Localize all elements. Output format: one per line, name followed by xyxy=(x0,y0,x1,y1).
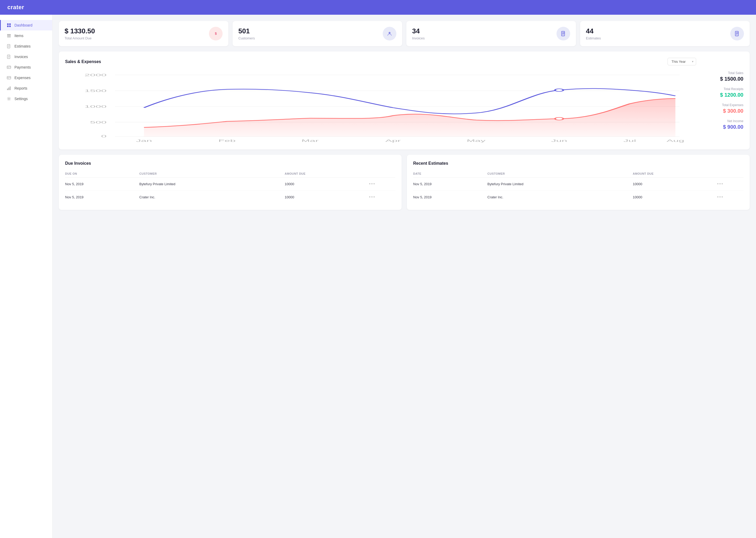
stat-cards: $ 1330.50 Total Amount Due $ 501 Custome… xyxy=(59,21,750,46)
svg-text:Aug: Aug xyxy=(667,139,684,142)
sidebar-label-invoices: Invoices xyxy=(15,55,28,59)
svg-rect-18 xyxy=(7,77,11,79)
stat-card-amount-due: $ 1330.50 Total Amount Due $ xyxy=(59,21,228,46)
svg-point-57 xyxy=(555,117,563,120)
chart-stat-value-2: $ 300.00 xyxy=(702,108,743,114)
recent-estimates-title: Recent Estimates xyxy=(413,161,743,166)
layout: Dashboard Items Estimates xyxy=(0,15,756,538)
chart-stat-label-0: Total Sales xyxy=(702,71,743,75)
table-row: Nov 5, 2019 Crater Inc. 10000 ••• xyxy=(65,191,395,204)
recent-estimates-section: Recent Estimates DATE CUSTOMER AMOUNT DU… xyxy=(407,155,750,210)
chart-header: Sales & Expenses This Year Last Year Thi… xyxy=(65,58,696,65)
est-date-0: Nov 5, 2019 xyxy=(413,178,488,191)
svg-text:$: $ xyxy=(215,31,217,35)
chart-stat-total-sales: Total Sales $ 1500.00 xyxy=(702,71,743,82)
due-invoices-table: DUE ON CUSTOMER AMOUNT DUE Nov 5, 2019 B… xyxy=(65,170,395,204)
customers-icon xyxy=(383,27,397,40)
app-logo: crater xyxy=(7,4,24,11)
more-button-1[interactable]: ••• xyxy=(369,194,376,200)
est-col-date: DATE xyxy=(413,170,488,178)
dashboard-icon xyxy=(7,23,11,27)
main-content: $ 1330.50 Total Amount Due $ 501 Custome… xyxy=(53,15,756,538)
invoices-icon xyxy=(7,54,11,59)
svg-text:1000: 1000 xyxy=(84,105,107,108)
sidebar-label-payments: Payments xyxy=(15,65,31,69)
amount-1: 10000 xyxy=(285,191,369,204)
est-date-1: Nov 5, 2019 xyxy=(413,191,488,204)
bottom-tables: Due Invoices DUE ON CUSTOMER AMOUNT DUE … xyxy=(59,155,750,210)
customer-0: Bytefury Private Limited xyxy=(139,178,285,191)
svg-rect-15 xyxy=(7,66,11,69)
svg-text:1500: 1500 xyxy=(84,89,107,92)
due-on-1: Nov 5, 2019 xyxy=(65,191,139,204)
svg-rect-1 xyxy=(9,24,11,25)
sidebar-item-settings[interactable]: Settings xyxy=(0,93,52,104)
est-more-1[interactable]: ••• xyxy=(717,194,724,200)
svg-text:Feb: Feb xyxy=(218,139,235,142)
table-row: Nov 5, 2019 Crater Inc. 10000 ••• xyxy=(413,191,743,204)
sidebar-label-estimates: Estimates xyxy=(15,44,30,48)
items-icon xyxy=(7,33,11,38)
svg-rect-0 xyxy=(7,24,9,25)
chart-filter-select[interactable]: This Year Last Year This Month xyxy=(668,58,696,65)
est-customer-1: Crater Inc. xyxy=(488,191,633,204)
svg-point-27 xyxy=(389,32,391,34)
est-amount-1: 10000 xyxy=(633,191,717,204)
sidebar-item-items[interactable]: Items xyxy=(0,30,52,41)
est-customer-0: Bytefury Private Limited xyxy=(488,178,633,191)
chart-stat-label-2: Total Expenses xyxy=(702,103,743,107)
sidebar-label-expenses: Expenses xyxy=(15,76,30,80)
svg-text:2000: 2000 xyxy=(84,73,107,77)
chart-main: Sales & Expenses This Year Last Year Thi… xyxy=(65,58,696,143)
amount-due-icon: $ xyxy=(209,27,223,40)
svg-text:500: 500 xyxy=(90,121,107,124)
stat-card-invoices: 34 Invoices xyxy=(406,21,576,46)
sidebar-item-expenses[interactable]: Expenses xyxy=(0,73,52,83)
chart-title: Sales & Expenses xyxy=(65,59,101,64)
sidebar-item-invoices[interactable]: Invoices xyxy=(0,51,52,62)
estimates-stat-icon xyxy=(730,27,744,40)
est-col-amount: AMOUNT DUE xyxy=(633,170,717,178)
sidebar-item-dashboard[interactable]: Dashboard xyxy=(0,20,52,30)
stat-card-customers: 501 Customers xyxy=(233,21,402,46)
sidebar-item-payments[interactable]: Payments xyxy=(0,62,52,73)
col-amount-due: AMOUNT DUE xyxy=(285,170,369,178)
col-due-on: DUE ON xyxy=(65,170,139,178)
invoices-stat-icon xyxy=(556,27,570,40)
svg-text:Mar: Mar xyxy=(301,139,318,142)
svg-rect-33 xyxy=(735,31,738,36)
due-invoices-title: Due Invoices xyxy=(65,161,395,166)
svg-text:May: May xyxy=(467,139,486,142)
svg-rect-3 xyxy=(9,26,11,27)
sidebar: Dashboard Items Estimates xyxy=(0,15,53,538)
est-amount-0: 10000 xyxy=(633,178,717,191)
svg-rect-5 xyxy=(7,35,11,36)
svg-rect-21 xyxy=(7,88,8,90)
chart-filter-wrapper[interactable]: This Year Last Year This Month xyxy=(668,58,696,65)
stat-label-estimates: Estimates xyxy=(586,36,601,40)
due-on-0: Nov 5, 2019 xyxy=(65,178,139,191)
payments-icon xyxy=(7,65,11,70)
recent-estimates-table: DATE CUSTOMER AMOUNT DUE Nov 5, 2019 Byt… xyxy=(413,170,743,204)
svg-text:Jul: Jul xyxy=(624,139,636,142)
chart-stat-label-3: Net Income xyxy=(702,119,743,123)
chart-stat-income: Net Income $ 900.00 xyxy=(702,119,743,130)
table-row: Nov 5, 2019 Bytefury Private Limited 100… xyxy=(65,178,395,191)
stat-value-estimates: 44 xyxy=(586,27,601,35)
table-row: Nov 5, 2019 Bytefury Private Limited 100… xyxy=(413,178,743,191)
sidebar-item-reports[interactable]: Reports xyxy=(0,83,52,93)
svg-text:Apr: Apr xyxy=(385,139,401,142)
more-button-0[interactable]: ••• xyxy=(369,181,376,187)
est-more-0[interactable]: ••• xyxy=(717,181,724,187)
stat-label-customers: Customers xyxy=(238,36,255,40)
stat-value-invoices: 34 xyxy=(412,27,425,35)
chart-stats: Total Sales $ 1500.00 Total Receipts $ 1… xyxy=(696,58,743,143)
sidebar-label-settings: Settings xyxy=(15,97,28,101)
sidebar-item-estimates[interactable]: Estimates xyxy=(0,41,52,51)
svg-rect-2 xyxy=(7,26,9,27)
settings-icon xyxy=(7,96,11,101)
svg-rect-28 xyxy=(561,31,565,36)
topbar: crater xyxy=(0,0,756,15)
chart-stat-value-3: $ 900.00 xyxy=(702,124,743,130)
customer-1: Crater Inc. xyxy=(139,191,285,204)
